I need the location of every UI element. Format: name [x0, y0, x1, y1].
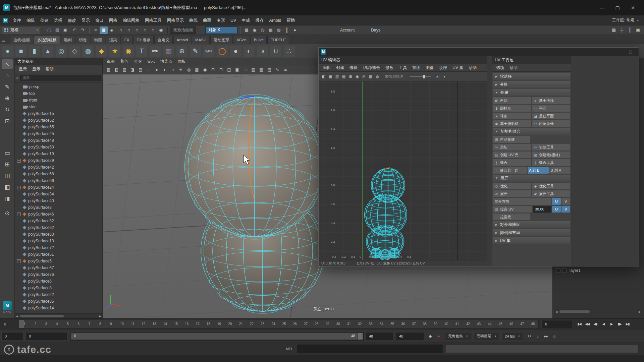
timeline-frame-label[interactable]: 20	[225, 320, 235, 328]
timeline-frame-label[interactable]: 22	[246, 320, 257, 328]
outliner-item[interactable]: polySurface25	[15, 130, 102, 137]
timeline-frame-label[interactable]: 37	[409, 320, 419, 328]
timeline-frame-label[interactable]: 27	[301, 320, 311, 328]
menubar-item[interactable]: 帮助	[284, 15, 298, 25]
safe-title-icon[interactable]: ▤	[266, 66, 273, 73]
uv-menu-item[interactable]: 图像	[423, 64, 436, 71]
snap-to-view-plane-icon[interactable]: ∩	[149, 26, 157, 34]
workspace-selector[interactable]: 工作区: 常规 ▾	[612, 17, 641, 23]
scroll-thumb[interactable]	[559, 310, 590, 313]
minimize-button[interactable]: —	[594, 0, 610, 15]
outliner-item[interactable]: polySurface68	[15, 171, 102, 177]
playback-speed-icon[interactable]: ▸▸	[542, 332, 550, 340]
outliner-item[interactable]: +polySurface24	[15, 184, 102, 191]
single-pane-layout-icon[interactable]: ▭	[2, 148, 13, 158]
timeline-frame-label[interactable]: 18	[203, 320, 214, 328]
range-slider-bar[interactable]	[71, 333, 363, 340]
timeline-frame-label[interactable]: 23	[257, 320, 268, 328]
snap-together-icon[interactable]: ┼	[618, 26, 626, 34]
unfold-v-button[interactable]: V	[561, 198, 570, 205]
outliner-horizontal-scrollbar[interactable]: ◀ ▶	[15, 313, 102, 318]
shelf-tab[interactable]: MASH	[192, 36, 210, 44]
viewport-menu-item[interactable]: 照明	[131, 58, 144, 65]
expand-icon[interactable]: +	[17, 259, 21, 263]
viewport-gizmo-icon[interactable]: ▣	[634, 26, 642, 34]
arnold-render-icon[interactable]: ●	[291, 26, 299, 34]
camera-attributes-icon[interactable]: ▥	[121, 66, 128, 73]
selection-mask-field[interactable]: 对象 X	[205, 26, 237, 34]
uv-menu-item[interactable]: 选择	[347, 64, 360, 71]
split-pane-layout-icon[interactable]: ◫	[2, 171, 13, 181]
menubar-item[interactable]: 曲面	[200, 15, 214, 25]
toolkit-button[interactable]: ▰展开工具	[532, 190, 570, 197]
grid-toggle-icon[interactable]: ≋	[282, 66, 289, 73]
redo-icon[interactable]: ↷	[78, 26, 87, 34]
timeline-frame-label[interactable]: 32	[355, 320, 365, 328]
timeline-frame-label[interactable]: 19	[214, 320, 225, 328]
menubar-item[interactable]: 选择	[51, 15, 65, 25]
resolution-gate-icon[interactable]: □	[241, 66, 249, 73]
uv-menu-item[interactable]: 修改	[383, 64, 396, 71]
occlusion-icon[interactable]: ▩	[193, 66, 201, 73]
mel-label[interactable]: MEL	[282, 347, 297, 351]
depth-of-field-icon[interactable]: ⊟	[217, 66, 225, 73]
toolkit-menu-item[interactable]: 帮助	[507, 64, 520, 71]
scroll-left-icon[interactable]: ◀	[554, 310, 559, 313]
timeline-frame-label[interactable]: 4	[52, 320, 62, 328]
new-scene-icon[interactable]: ▢	[45, 26, 53, 34]
shelf-tab[interactable]: 运动图形	[210, 36, 232, 44]
pencil-curve-icon[interactable]: ✎	[190, 46, 201, 57]
combine-icon[interactable]: ∪	[270, 46, 281, 57]
scroll-right-icon[interactable]: ▶	[637, 310, 642, 313]
character-set-dropdown[interactable]: 无角色集 ▾	[445, 332, 471, 340]
toolkit-button[interactable]: ∥缝合	[493, 159, 531, 166]
outliner-item[interactable]: +polySurface46	[15, 211, 102, 218]
gate-mask-icon[interactable]: ▥	[250, 66, 257, 73]
poly-cylinder-icon[interactable]: ▮	[29, 46, 40, 57]
account-label[interactable]: Account	[337, 28, 358, 33]
go-to-start-button[interactable]: ▮◀	[576, 320, 583, 328]
shelf-tab[interactable]: Arnold	[173, 36, 191, 44]
search-input[interactable]	[20, 75, 101, 81]
timeline-frame-label[interactable]: 45	[495, 320, 506, 328]
timeline-frame-label[interactable]: 28	[311, 320, 322, 328]
toolkit-section-header[interactable]: ▼创建	[493, 89, 570, 96]
step-back-key-button[interactable]: ◀◀	[584, 320, 591, 328]
dim-image-icon[interactable]: ◍	[374, 73, 381, 79]
play-backwards-button[interactable]: ◀	[600, 320, 607, 328]
outliner-item[interactable]: polySurface62	[15, 224, 102, 231]
mel-input[interactable]	[297, 345, 443, 353]
timeline-frame-label[interactable]: 31	[344, 320, 355, 328]
motion-blur-icon[interactable]: ◉	[201, 66, 209, 73]
menubar-item[interactable]: 网格显示	[164, 15, 186, 25]
toolkit-section-header[interactable]: ▶对齐和捕捉	[493, 221, 570, 228]
outliner-item[interactable]: polySurface14	[15, 305, 102, 311]
outliner-item[interactable]: +polySurface29	[15, 157, 102, 164]
timeline-frame-label[interactable]: 44	[484, 320, 495, 328]
toolkit-button[interactable]: ◇优化	[493, 183, 531, 189]
toolkit-button[interactable]: ⊟自动接缝	[493, 136, 530, 143]
shell-border-icon[interactable]: ◎	[361, 73, 367, 79]
toolkit-button[interactable]: ∥缝合工具	[532, 159, 570, 166]
platonic-solid-icon[interactable]: ◆	[96, 46, 107, 57]
toolkit-button[interactable]: ◧自动	[493, 97, 531, 104]
timeline-frame-label[interactable]: 8	[95, 320, 106, 328]
timeline-frame-label[interactable]: 1	[19, 320, 30, 328]
outliner-item[interactable]: persp	[15, 83, 102, 90]
character-set-icon[interactable]: ◆	[426, 332, 434, 340]
isolate-uv-icon[interactable]: ▸|	[435, 73, 441, 79]
toolkit-button[interactable]: ●球形	[493, 113, 531, 119]
uv-menu-item[interactable]: 纹理	[436, 64, 450, 71]
shelf-tab[interactable]: 自定义	[154, 36, 173, 44]
outliner-persp-layout-icon[interactable]: ◧	[2, 182, 13, 192]
snap-to-projected-center-icon[interactable]: ∩	[141, 26, 149, 34]
menubar-item[interactable]: 窗口	[93, 15, 106, 25]
outliner-item[interactable]: top	[15, 90, 102, 97]
viewport-menu-item[interactable]: 着色	[117, 58, 131, 65]
animation-layer-dropdown[interactable]: 无动画层 ▾	[473, 332, 500, 340]
timeline-frame-label[interactable]: 3	[41, 320, 52, 328]
outliner-item[interactable]: polySurface19	[15, 150, 102, 157]
snap-to-grid-icon[interactable]: ∩	[117, 26, 125, 34]
straighten-angle-input[interactable]: 30.00	[533, 206, 551, 213]
pause-viewport-icon[interactable]: ║	[283, 26, 291, 34]
